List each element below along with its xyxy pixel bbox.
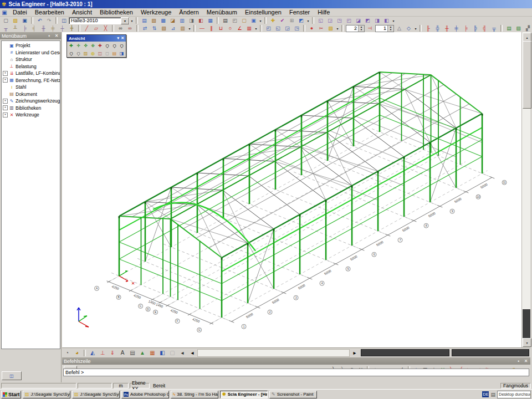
circle-icon[interactable]: ○: [226, 25, 235, 32]
plate-icon[interactable]: ╞: [20, 25, 29, 32]
zoom-window-icon[interactable]: ✜: [82, 42, 89, 49]
load-icon[interactable]: ╫: [442, 25, 452, 32]
point-load-icon[interactable]: ╣: [480, 25, 489, 32]
column-icon[interactable]: ╨: [11, 25, 20, 32]
delete-icon[interactable]: ●: [307, 25, 316, 32]
chevron-down-icon[interactable]: ▾: [187, 25, 192, 32]
menu-ndern[interactable]: Ändern: [175, 8, 202, 16]
scale-icon[interactable]: ⊣: [365, 25, 375, 32]
scroll-down-icon[interactable]: ▾: [523, 338, 531, 347]
view-front-icon[interactable]: ◱: [316, 17, 325, 24]
taskbar-task-2[interactable]: ▨J:\Seagate Sync\SyncRe...: [72, 391, 120, 398]
rotate-icon[interactable]: ✚: [96, 42, 104, 49]
status-unit[interactable]: m: [113, 383, 129, 388]
node-icon[interactable]: ╋: [67, 25, 76, 32]
mdi-document-icon[interactable]: ▣: [0, 9, 9, 16]
save-picture-icon[interactable]: ▣: [249, 17, 258, 24]
labels-display-icon[interactable]: A: [117, 349, 127, 357]
start-button[interactable]: Start: [1, 391, 21, 398]
expand-icon[interactable]: +: [3, 105, 8, 110]
clipboard-icon[interactable]: ▥: [178, 25, 187, 32]
ruler-icon[interactable]: ◭: [88, 349, 98, 357]
taskbar-task-4[interactable]: ϟ38. Sting - I'm So Happy ...: [171, 391, 218, 398]
beam-icon[interactable]: ╥: [1, 25, 11, 32]
magnify-all-icon[interactable]: Ϙ: [68, 50, 75, 57]
status-plane[interactable]: Ebene XY: [130, 383, 150, 388]
title-bar[interactable]: ✾ Scia Engineer - [Halle3-2010 : 1]: [0, 0, 532, 8]
vertical-scroll-thumb[interactable]: [523, 41, 531, 109]
print-icon[interactable]: ▤: [221, 17, 230, 24]
support-icon[interactable]: ╬: [433, 25, 442, 32]
collapse-left-icon[interactable]: ◂: [177, 349, 187, 357]
close-icon[interactable]: ✕: [121, 36, 124, 40]
sidebar-item-lastfalle-lf-kombinationen[interactable]: +⇊Lastfälle, LF-Kombinationen: [2, 70, 60, 77]
render-icon[interactable]: ◕: [72, 349, 82, 357]
perspective-icon[interactable]: ◔: [62, 349, 72, 357]
pin-icon[interactable]: ▪: [47, 33, 52, 38]
opening-icon[interactable]: ┼: [58, 25, 67, 32]
hinge-icon[interactable]: ╟: [423, 25, 433, 32]
doc-check-icon[interactable]: ▤: [504, 25, 514, 32]
panel-tab[interactable]: ◫: [2, 371, 22, 380]
spinner-arrows[interactable]: ▴▾: [358, 25, 364, 32]
hatch-icon[interactable]: ▞: [523, 25, 532, 32]
redo-icon[interactable]: ↷: [44, 17, 54, 24]
window-split-icon[interactable]: ◫: [59, 17, 69, 24]
sidebar-header[interactable]: Menübaum ▪ ✕: [0, 32, 61, 39]
view-back-icon[interactable]: ◩: [363, 17, 372, 24]
cut-icon[interactable]: ✂: [316, 25, 326, 32]
sidebar-item-dokument[interactable]: ▤Dokument: [2, 91, 60, 98]
line-icon[interactable]: —: [197, 25, 207, 32]
wired-view-icon[interactable]: ▨: [82, 50, 89, 57]
book-icon[interactable]: ▤: [111, 50, 118, 57]
win-new-icon[interactable]: ◰: [264, 25, 273, 32]
magnify-in-icon[interactable]: Ϙ: [104, 42, 111, 49]
combobox-dropdown-icon[interactable]: ▾: [121, 17, 129, 24]
line-load-icon[interactable]: ╦: [489, 25, 499, 32]
layout-icon[interactable]: ◧: [196, 17, 206, 24]
spinner-spin_b[interactable]: 1▴▾: [375, 25, 394, 32]
menu-hilfe[interactable]: Hilfe: [314, 8, 334, 16]
sidebar-item-werkzeuge[interactable]: +✕Werkzeuge: [2, 111, 60, 119]
doc-table-icon[interactable]: ▥: [177, 17, 187, 24]
ansicht-toolbar-header[interactable]: Ansicht ▾ ✕: [67, 35, 126, 42]
chevron-down-icon[interactable]: ▾: [130, 17, 134, 24]
moment-icon[interactable]: ╪: [452, 25, 461, 32]
zoom-minus-icon[interactable]: ✛: [75, 42, 82, 49]
add-member-icon[interactable]: ◇: [404, 25, 413, 32]
polyline-icon[interactable]: ⊔: [216, 25, 226, 32]
command-panel-header[interactable]: Befehlszeile ▪ ✕: [62, 357, 530, 365]
params-display-icon[interactable]: ◧: [157, 349, 167, 357]
chevron-down-icon[interactable]: ▾: [391, 17, 396, 24]
collapse-arrow-icon[interactable]: ◂: [187, 349, 197, 357]
wall-icon[interactable]: ╡: [29, 25, 39, 32]
vertical-scrollbar[interactable]: ▴ ▾: [521, 32, 530, 347]
menu-bibliotheken[interactable]: Bibliotheken: [96, 8, 137, 16]
chevron-down-icon[interactable]: ▾: [117, 36, 120, 40]
blank-icon[interactable]: ▢: [167, 349, 177, 357]
folder-icon[interactable]: ▨: [326, 25, 335, 32]
project-combobox[interactable]: Halle3-2010▾: [69, 17, 130, 24]
scroll-right-icon[interactable]: ▸: [350, 349, 360, 357]
activity-icon[interactable]: ⇄: [140, 25, 150, 32]
model-3d-view[interactable]: ABCDEFG425042501450145042504250123456789…: [62, 32, 521, 347]
supports-display-icon[interactable]: ⊥: [98, 349, 108, 357]
temperature-icon[interactable]: ╠: [470, 25, 480, 32]
new-icon[interactable]: ▢: [1, 17, 11, 24]
raster-icon[interactable]: ▦: [244, 25, 254, 32]
printer-icon[interactable]: ▤: [490, 392, 495, 397]
taskbar-task-1[interactable]: ▨J:\Seagate Sync\SyncRe...: [23, 391, 70, 398]
expand-icon[interactable]: +: [3, 112, 8, 117]
print-preview-icon[interactable]: ◰: [230, 17, 239, 24]
chevron-down-icon[interactable]: ▾: [306, 17, 310, 24]
sidebar-item-linienraster-und-geschosse[interactable]: #Linienraster und Geschosse: [2, 49, 60, 57]
language-indicator[interactable]: DE: [482, 391, 489, 397]
chevron-down-icon[interactable]: ▾: [254, 25, 258, 32]
menu-menbaum[interactable]: Menübaum: [203, 8, 241, 16]
haunch-icon[interactable]: ╪: [48, 25, 58, 32]
snap-plane-icon[interactable]: △: [395, 25, 404, 32]
deselect-icon[interactable]: ╳: [101, 25, 110, 32]
sidebar-item-berechnung-fe-netz[interactable]: +▦Berechnung, FE-Netz: [2, 77, 60, 84]
clip-icon[interactable]: ◪: [168, 17, 177, 24]
ansicht-floating-toolbar[interactable]: Ansicht ▾ ✕ ✚✛✜✙✚ϘϘϘ ϘϘ▨◍◫◻▤◨: [66, 34, 126, 58]
